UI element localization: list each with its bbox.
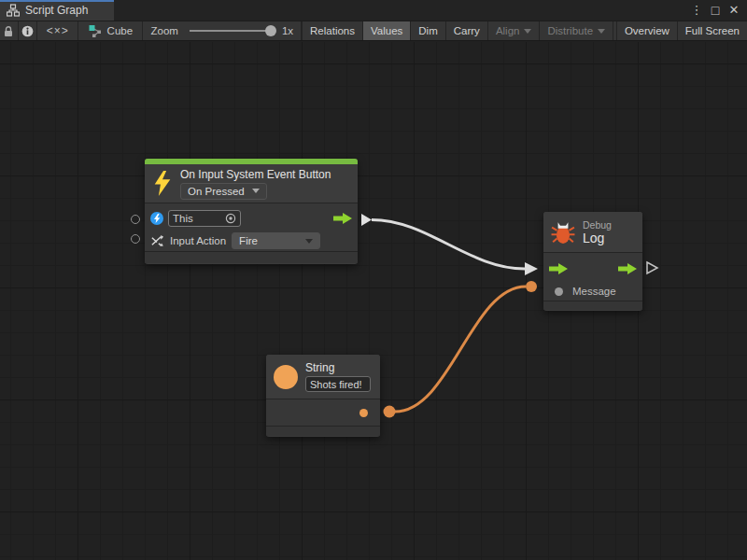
graph-network-icon bbox=[89, 24, 102, 37]
zoom-value: 1x bbox=[282, 25, 293, 36]
flow-input-port[interactable] bbox=[549, 263, 568, 274]
inspect-button[interactable] bbox=[19, 21, 37, 40]
event-self-port[interactable] bbox=[131, 215, 140, 224]
target-object-field[interactable]: This bbox=[168, 210, 241, 227]
code-preview-button[interactable]: <×> bbox=[37, 21, 78, 40]
zoom-label: Zoom bbox=[150, 25, 177, 36]
chevron-down-icon bbox=[252, 189, 260, 193]
node-footer bbox=[543, 301, 642, 310]
node-title: Log bbox=[583, 231, 612, 245]
node-on-input-system-event-button[interactable]: On Input System Event Button On Pressed … bbox=[145, 159, 358, 264]
context-label: Cube bbox=[107, 25, 134, 36]
node-title: String bbox=[305, 361, 371, 374]
dim-button[interactable]: Dim bbox=[410, 21, 444, 40]
bug-icon bbox=[551, 220, 575, 245]
object-picker-icon[interactable] bbox=[225, 213, 236, 224]
trigger-mode-dropdown[interactable]: On Pressed bbox=[180, 183, 267, 200]
align-dropdown-button[interactable]: Align bbox=[487, 21, 540, 40]
zoom-control: Zoom 1x bbox=[143, 21, 302, 40]
node-string-literal[interactable]: String bbox=[266, 355, 380, 437]
message-port-label: Message bbox=[572, 286, 616, 297]
overview-button[interactable]: Overview bbox=[616, 21, 677, 40]
string-output-port[interactable] bbox=[359, 409, 368, 417]
carry-button[interactable]: Carry bbox=[445, 21, 487, 40]
tab-bar: Script Graph ⋮ □ ✕ bbox=[0, 0, 747, 21]
orange-circle-icon bbox=[274, 365, 298, 389]
fullscreen-button[interactable]: Full Screen bbox=[677, 21, 747, 40]
active-tab-accent bbox=[0, 0, 114, 2]
lock-icon bbox=[3, 25, 14, 37]
tab-script-graph[interactable]: Script Graph bbox=[0, 0, 114, 21]
chevron-down-icon bbox=[598, 29, 605, 34]
graph-hierarchy-icon bbox=[7, 4, 20, 17]
maximize-icon[interactable]: □ bbox=[708, 0, 723, 21]
input-action-icon bbox=[150, 234, 164, 248]
distribute-dropdown-button[interactable]: Distribute bbox=[539, 21, 613, 40]
script-graph-window: Script Graph ⋮ □ ✕ <×> bbox=[0, 0, 747, 560]
code-toggle-icon: <×> bbox=[47, 24, 69, 37]
info-icon bbox=[21, 25, 34, 37]
flow-output-port[interactable] bbox=[618, 263, 637, 274]
flow-output-port[interactable] bbox=[333, 213, 352, 224]
chevron-down-icon bbox=[305, 239, 313, 244]
graph-toolbar: <×> Cube Zoom 1x Relations Values Dim Ca… bbox=[0, 21, 747, 41]
event-action-port[interactable] bbox=[131, 234, 140, 244]
window-menu-icon[interactable]: ⋮ bbox=[689, 0, 704, 21]
close-icon[interactable]: ✕ bbox=[726, 0, 741, 21]
zoom-slider-knob[interactable] bbox=[265, 25, 276, 36]
node-title: On Input System Event Button bbox=[180, 168, 331, 181]
values-button[interactable]: Values bbox=[362, 21, 410, 40]
node-debug-log[interactable]: Debug Log Message bbox=[543, 212, 642, 311]
self-object-icon bbox=[150, 212, 163, 225]
string-value-field[interactable] bbox=[305, 376, 371, 392]
chevron-down-icon bbox=[524, 29, 531, 34]
relations-button[interactable]: Relations bbox=[302, 21, 362, 40]
zoom-slider-track[interactable] bbox=[190, 30, 272, 32]
message-input-port[interactable] bbox=[555, 287, 563, 296]
input-action-dropdown[interactable]: Fire bbox=[232, 232, 320, 249]
graph-context-breadcrumb[interactable]: Cube bbox=[78, 21, 143, 40]
node-category: Debug bbox=[583, 219, 612, 231]
lock-button[interactable] bbox=[0, 21, 19, 40]
node-footer bbox=[266, 426, 380, 436]
tab-label: Script Graph bbox=[25, 4, 88, 17]
window-controls: ⋮ □ ✕ bbox=[689, 0, 747, 21]
lightning-bolt-icon bbox=[152, 171, 173, 196]
action-port-label: Input Action bbox=[170, 235, 226, 246]
node-footer bbox=[145, 251, 358, 263]
